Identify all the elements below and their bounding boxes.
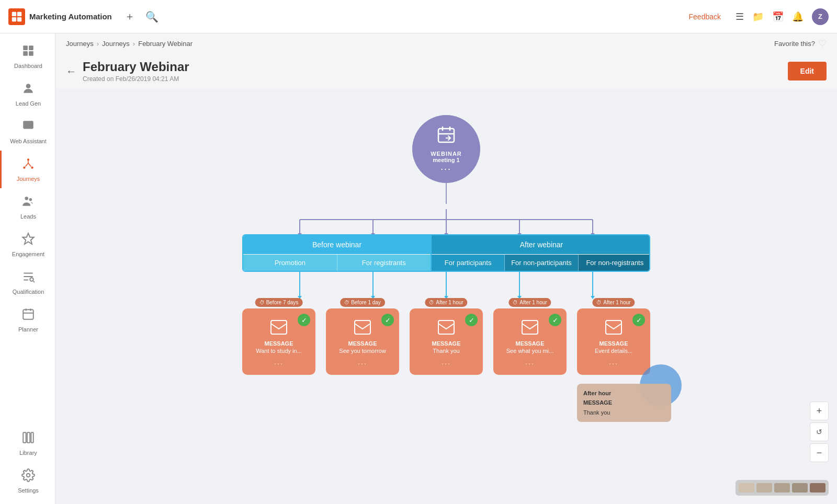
card-1-mail-icon xyxy=(270,320,287,338)
content-area: Journeys › Journeys › February Webinar F… xyxy=(55,33,837,504)
svg-point-16 xyxy=(30,278,33,281)
heart-icon[interactable]: ♡ xyxy=(818,38,827,49)
zoom-controls: + ↺ − xyxy=(810,402,829,462)
page-header: ← February Webinar Created on Feb/26/201… xyxy=(55,53,837,89)
sidebar-label-settings: Settings xyxy=(18,487,39,494)
sidebar-label-lead-gen: Lead Gen xyxy=(16,100,41,107)
card-2[interactable]: ⏱Before 1 day ✓ MESSAGE See you tomorrow… xyxy=(326,308,399,375)
add-button[interactable]: ＋ xyxy=(122,7,137,26)
branch-connectors-svg xyxy=(242,204,650,235)
before-webinar-header: Before webinar xyxy=(243,235,431,254)
breadcrumb-journeys1[interactable]: Journeys xyxy=(66,40,94,48)
journeys-icon xyxy=(21,157,35,174)
svg-rect-3 xyxy=(17,17,21,21)
dashboard-icon xyxy=(21,44,35,61)
branch-for-non-participants: For non-participants xyxy=(505,255,578,271)
main-layout: Dashboard Lead Gen Web Assistant Journey… xyxy=(0,33,837,504)
breadcrumb: Journeys › Journeys › February Webinar F… xyxy=(55,33,837,53)
svg-rect-6 xyxy=(23,51,28,56)
logo-icon xyxy=(8,8,25,25)
sidebar-item-qualification[interactable]: Qualification xyxy=(0,264,55,301)
thumb-block-3 xyxy=(774,483,790,492)
card-1-text: Want to study in... xyxy=(256,348,302,354)
card-3-timing: ⏱After 1 hour xyxy=(425,298,467,307)
diagram-wrapper: WEBINAR meeting 1 ··· xyxy=(66,99,827,396)
start-node-icon xyxy=(436,124,457,150)
sidebar-label-dashboard: Dashboard xyxy=(14,63,42,69)
card-3[interactable]: ⏱After 1 hour ✓ MESSAGE Thank you ··· xyxy=(410,308,483,375)
sidebar-label-web-assistant: Web Assistant xyxy=(10,138,47,144)
svg-point-13 xyxy=(25,197,29,200)
svg-point-10 xyxy=(27,158,29,161)
branch-box: Before webinar Promotion For registrants… xyxy=(242,234,650,272)
card-3-mail-icon xyxy=(438,320,455,338)
calendar-icon[interactable]: 📅 xyxy=(772,11,784,22)
card-1-dots: ··· xyxy=(274,359,284,368)
sidebar-item-lead-gen[interactable]: Lead Gen xyxy=(0,75,55,113)
web-assistant-icon xyxy=(21,119,35,136)
engagement-icon xyxy=(21,232,35,249)
svg-rect-17 xyxy=(23,310,33,319)
card-5-check: ✓ xyxy=(632,314,645,326)
card-4[interactable]: ⏱After 1 hour ✓ MESSAGE See what you mi.… xyxy=(493,308,567,375)
cards-row: ⏱Before 7 days ✓ MESSAGE Want to study i… xyxy=(242,308,650,375)
canvas[interactable]: WEBINAR meeting 1 ··· xyxy=(55,89,837,504)
sidebar-label-planner: Planner xyxy=(18,326,38,333)
page-subtitle: Created on Feb/26/2019 04:21 AM xyxy=(83,75,782,83)
card-3-text: Thank you xyxy=(433,348,459,354)
sidebar-item-library[interactable]: Library xyxy=(0,425,55,462)
avatar[interactable]: Z xyxy=(812,8,829,25)
card-4-dots: ··· xyxy=(525,359,535,368)
breadcrumb-journeys2[interactable]: Journeys xyxy=(102,40,130,48)
search-button[interactable]: 🔍 xyxy=(143,8,161,25)
qualification-icon xyxy=(21,270,35,287)
sidebar-item-journeys[interactable]: Journeys xyxy=(0,151,55,188)
lead-gen-icon xyxy=(21,82,35,98)
topbar-actions: ＋ 🔍 xyxy=(122,7,161,26)
sidebar-item-dashboard[interactable]: Dashboard xyxy=(0,38,55,75)
zoom-out-button[interactable]: − xyxy=(810,443,829,462)
card-2-dots: ··· xyxy=(358,359,367,368)
svg-point-8 xyxy=(26,84,31,88)
svg-marker-15 xyxy=(22,233,34,244)
card-4-check: ✓ xyxy=(549,314,561,326)
start-node-dots: ··· xyxy=(441,165,452,174)
sidebar-item-settings[interactable]: Settings xyxy=(0,462,55,500)
edit-button[interactable]: Edit xyxy=(788,62,827,81)
start-node-sublabel: meeting 1 xyxy=(433,157,459,163)
planner-icon xyxy=(21,307,35,324)
back-button[interactable]: ← xyxy=(66,65,76,77)
app-title: Marketing Automation xyxy=(29,12,112,21)
card-4-timing: ⏱After 1 hour xyxy=(508,298,551,307)
topbar: Marketing Automation ＋ 🔍 Feedback ☰ 📁 📅 … xyxy=(0,0,837,33)
sidebar-item-planner[interactable]: Planner xyxy=(0,301,55,339)
zoom-in-button[interactable]: + xyxy=(810,402,829,420)
sidebar-item-leads[interactable]: Leads xyxy=(0,188,55,226)
card-5[interactable]: ⏱After 1 hour ✓ MESSAGE Event details...… xyxy=(577,308,650,375)
branch-for-non-registrants: For non-registrants xyxy=(579,255,650,271)
branch-for-participants: For participants xyxy=(432,255,505,271)
page-title-area: February Webinar Created on Feb/26/2019 … xyxy=(83,60,782,83)
sidebar-item-engagement[interactable]: Engagement xyxy=(0,226,55,264)
card-3-dots: ··· xyxy=(442,359,451,368)
favorite-label: Favorite this? xyxy=(774,40,815,48)
zoom-reset-button[interactable]: ↺ xyxy=(810,422,829,441)
start-node[interactable]: WEBINAR meeting 1 ··· xyxy=(412,115,480,183)
sidebar-label-leads: Leads xyxy=(20,213,36,220)
svg-point-12 xyxy=(31,166,33,168)
card-5-text: Event details... xyxy=(595,348,632,354)
svg-rect-48 xyxy=(606,320,621,334)
bell-icon[interactable]: 🔔 xyxy=(792,11,804,22)
card-2-label: MESSAGE xyxy=(348,340,377,347)
logo-area: Marketing Automation xyxy=(8,8,112,25)
card-4-mail-icon xyxy=(522,320,538,338)
card-4-text: See what you mi... xyxy=(506,348,554,354)
folder-icon[interactable]: 📁 xyxy=(752,11,764,22)
card-5-dots: ··· xyxy=(609,359,618,368)
list-icon[interactable]: ☰ xyxy=(736,11,744,22)
sidebar-item-web-assistant[interactable]: Web Assistant xyxy=(0,113,55,151)
svg-point-14 xyxy=(29,198,32,201)
feedback-button[interactable]: Feedback xyxy=(689,13,721,21)
card-1[interactable]: ⏱Before 7 days ✓ MESSAGE Want to study i… xyxy=(242,308,315,375)
page-title: February Webinar xyxy=(83,60,782,74)
